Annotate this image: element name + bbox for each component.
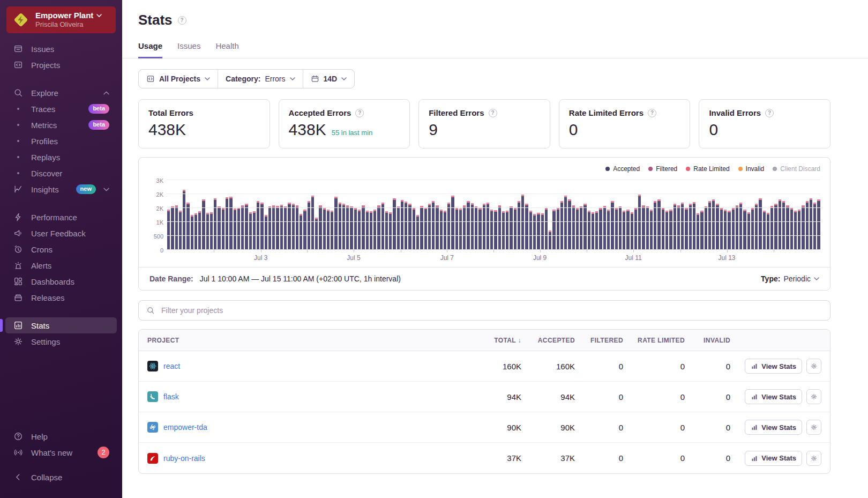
chart-bar[interactable] — [416, 215, 419, 250]
project-link[interactable]: ruby-on-rails — [163, 454, 205, 463]
chart-bar[interactable] — [763, 211, 766, 250]
chart-bar[interactable] — [311, 196, 314, 250]
chart-bar[interactable] — [370, 211, 372, 250]
project-link[interactable]: react — [163, 362, 180, 370]
sidebar-item-explore[interactable]: Explore — [0, 85, 117, 101]
chart-bar[interactable] — [529, 211, 532, 250]
chart-bar[interactable] — [728, 211, 730, 250]
chart-bar[interactable] — [241, 205, 244, 250]
help-icon[interactable]: ? — [648, 109, 656, 117]
chart-bar[interactable] — [350, 206, 353, 250]
sidebar-item-replays[interactable]: Replays — [0, 149, 117, 165]
chart-bar[interactable] — [296, 205, 298, 250]
chart-bar[interactable] — [381, 203, 384, 250]
chart-bar[interactable] — [280, 205, 283, 250]
legend-item-client-discard[interactable]: Client Discard — [773, 165, 820, 173]
chart-bar[interactable] — [708, 201, 711, 250]
chart-bar[interactable] — [366, 211, 369, 250]
chart-bar[interactable] — [697, 213, 699, 250]
sidebar-item-releases[interactable]: Releases — [0, 289, 117, 306]
chart-bar[interactable] — [358, 210, 361, 250]
chart-bar[interactable] — [214, 198, 216, 250]
chart-bar[interactable] — [623, 211, 625, 250]
sidebar-item-crons[interactable]: Crons — [0, 241, 117, 257]
sidebar-item-profiles[interactable]: Profiles — [0, 133, 117, 149]
chart-bar[interactable] — [619, 206, 622, 250]
chart-bar[interactable] — [669, 210, 672, 250]
sidebar-item-insights[interactable]: Insightsnew — [0, 181, 117, 197]
chart-bar[interactable] — [494, 210, 497, 250]
view-stats-button[interactable]: View Stats — [745, 389, 802, 404]
chart-bar[interactable] — [319, 205, 321, 250]
chart-bar[interactable] — [179, 211, 182, 250]
search-input[interactable] — [160, 306, 822, 315]
chart-bar[interactable] — [607, 210, 610, 250]
chart-bar[interactable] — [592, 212, 594, 250]
chart-bar[interactable] — [397, 206, 400, 250]
chart-bar[interactable] — [557, 208, 559, 250]
chart-bar[interactable] — [253, 211, 256, 250]
chart-bar[interactable] — [685, 208, 687, 250]
project-settings-button[interactable] — [806, 389, 821, 404]
chart-bar[interactable] — [638, 195, 641, 250]
chart-bar[interactable] — [611, 201, 613, 250]
chart-bar[interactable] — [284, 206, 287, 250]
chart-bar[interactable] — [308, 201, 310, 250]
project-link[interactable]: flask — [163, 392, 179, 401]
chart-bar[interactable] — [257, 201, 259, 250]
chevron-up-icon[interactable] — [103, 91, 109, 95]
project-settings-button[interactable] — [806, 359, 821, 374]
chart-bar[interactable] — [806, 201, 809, 250]
chart-bar[interactable] — [315, 218, 318, 250]
chart-bar[interactable] — [716, 204, 719, 250]
chart-bar[interactable] — [436, 205, 438, 250]
chart-bar[interactable] — [237, 207, 240, 250]
chart-bar[interactable] — [191, 215, 193, 250]
collapse-button[interactable]: Collapse — [0, 469, 122, 485]
sidebar-item-dashboards[interactable]: Dashboards — [0, 273, 117, 289]
sidebar-item-settings[interactable]: Settings — [0, 333, 117, 350]
org-switcher[interactable]: Empower Plant Priscila Oliveira — [6, 6, 116, 33]
chart-bar[interactable] — [327, 210, 330, 250]
chart-bar[interactable] — [724, 210, 727, 250]
chart-bar[interactable] — [428, 204, 431, 250]
chart-bar[interactable] — [510, 206, 512, 250]
chart-bar[interactable] — [588, 211, 590, 250]
column-header-rate-limited[interactable]: RATE LIMITED — [623, 337, 685, 344]
sidebar-item-help[interactable]: Help — [0, 428, 117, 444]
chart-bar[interactable] — [813, 203, 816, 250]
tab-issues[interactable]: Issues — [177, 41, 200, 58]
chart-bar[interactable] — [424, 207, 427, 250]
chart-bar[interactable] — [689, 204, 692, 250]
chart-bar[interactable] — [354, 208, 357, 250]
chart-bar[interactable] — [455, 208, 458, 250]
sidebar-item-projects[interactable]: Projects — [0, 57, 117, 73]
chart-bar[interactable] — [599, 208, 602, 250]
help-icon[interactable]: ? — [489, 109, 497, 117]
project-filter[interactable]: All Projects — [139, 70, 218, 88]
chart-bar[interactable] — [626, 210, 629, 250]
chart-bar[interactable] — [420, 206, 423, 250]
legend-item-invalid[interactable]: Invalid — [738, 165, 765, 173]
view-stats-button[interactable]: View Stats — [745, 420, 802, 435]
chart-bar[interactable] — [514, 208, 517, 250]
column-header-invalid[interactable]: INVALID — [685, 337, 730, 344]
chart-bar[interactable] — [288, 203, 290, 250]
chart-bar[interactable] — [198, 211, 201, 250]
chart-bar[interactable] — [393, 198, 395, 250]
chart-bar[interactable] — [405, 202, 407, 250]
chart-bar[interactable] — [167, 210, 170, 250]
chart-bar[interactable] — [705, 206, 707, 250]
sidebar-item-user-feedback[interactable]: User Feedback — [0, 225, 117, 241]
chart-bar[interactable] — [549, 231, 551, 250]
chart-bar[interactable] — [234, 209, 236, 250]
chart-bar[interactable] — [634, 208, 637, 250]
chart-bar[interactable] — [303, 210, 306, 250]
chart-bar[interactable] — [782, 201, 785, 250]
chart-bar[interactable] — [525, 204, 528, 250]
help-icon[interactable]: ? — [765, 109, 774, 117]
chart-bar[interactable] — [642, 205, 645, 250]
project-settings-button[interactable] — [806, 451, 821, 466]
view-stats-button[interactable]: View Stats — [745, 451, 802, 466]
sidebar-item-discover[interactable]: Discover — [0, 165, 117, 181]
